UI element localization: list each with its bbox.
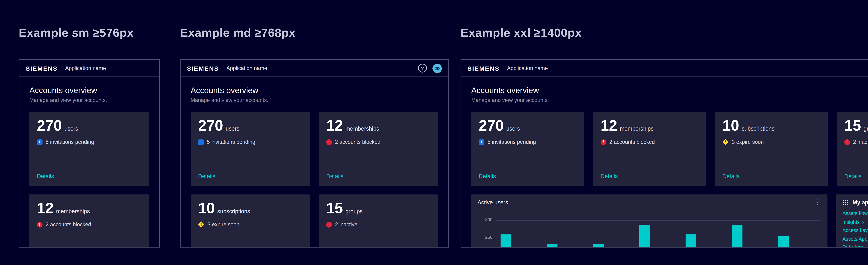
stat-card-memberships: 12 memberships ! 2 accounts blocked Deta… xyxy=(319,112,438,186)
y-axis-label: 300 xyxy=(471,217,492,223)
details-link[interactable]: Details xyxy=(601,173,699,179)
my-apps-link-label: Access key xyxy=(842,228,868,233)
stat-value: 12 xyxy=(37,201,54,216)
stat-unit: memberships xyxy=(345,126,379,132)
badge-text: 2 accounts blocked xyxy=(45,221,91,228)
my-apps-link[interactable]: Insights› xyxy=(842,220,868,225)
warning-icon: ! xyxy=(722,139,729,145)
example-panel-sm: SIEMENS Application name Accounts overvi… xyxy=(19,59,160,247)
badge-text: 2 inactive xyxy=(335,221,358,228)
stat-value: 270 xyxy=(198,118,223,133)
stat-unit: users xyxy=(226,126,239,132)
badge-text: 2 inactive xyxy=(853,139,868,145)
badge-text: 2 accounts blocked xyxy=(609,139,655,145)
stat-figure: 10 subscriptions xyxy=(198,201,302,216)
stat-card-groups: 15 groups ! 2 inactive Details xyxy=(319,195,438,247)
stat-unit: subscriptions xyxy=(742,126,774,132)
page-title: Accounts overview xyxy=(29,86,149,95)
stat-cards: 270 users i 5 invitations pending Detail… xyxy=(191,112,438,247)
stat-card-users: 270 users i 5 invitations pending Detail… xyxy=(191,112,310,186)
stat-figure: 15 groups xyxy=(844,118,868,133)
bar-4 xyxy=(639,225,650,247)
app-header: SIEMENS Application name xyxy=(20,60,159,77)
help-icon[interactable]: ? xyxy=(418,64,427,72)
badge-text: 5 invitations pending xyxy=(207,139,255,145)
page-content: Accounts overview Manage and view your a… xyxy=(461,77,868,247)
warning-icon: ! xyxy=(198,221,204,228)
status-badge: i 5 invitations pending xyxy=(479,139,577,145)
y-axis-label: 250 xyxy=(471,235,492,240)
stat-card-users: 270 users i 5 invitations pending Detail… xyxy=(471,112,584,186)
page-subtitle: Manage and view your accounts. xyxy=(29,97,149,103)
avatar[interactable]: JD xyxy=(432,63,442,73)
badge-text: 3 expire soon xyxy=(732,139,764,145)
status-badge: ! 3 expire soon xyxy=(722,139,820,145)
stat-value: 12 xyxy=(326,118,343,133)
bar-5 xyxy=(686,234,696,247)
chevron-right-icon: › xyxy=(862,220,864,225)
stat-value: 10 xyxy=(722,118,739,133)
error-icon: ! xyxy=(844,139,850,145)
app-name: Application name xyxy=(226,65,267,71)
example-panel-md: SIEMENS Application name ? JD Accounts o… xyxy=(180,59,449,247)
details-link[interactable]: Details xyxy=(479,173,577,179)
badge-text: 2 accounts blocked xyxy=(335,139,380,145)
details-link[interactable]: Details xyxy=(722,173,820,179)
chevron-right-icon: › xyxy=(866,245,867,247)
page-title: Accounts overview xyxy=(471,86,868,95)
chart-header: Active users ⋮ xyxy=(471,195,827,206)
example-panel-xxl: SIEMENS Application name ? JD Accounts o… xyxy=(461,59,868,247)
kebab-menu-icon[interactable]: ⋮ xyxy=(814,199,821,205)
badge-text: 3 expire soon xyxy=(208,221,239,228)
badge-text: 5 invitations pending xyxy=(45,139,94,145)
status-badge: ! 2 inactive xyxy=(326,221,431,228)
my-apps-link[interactable]: Access key› xyxy=(842,228,868,233)
my-apps-link-label: Data App xyxy=(842,245,863,247)
page-content: Accounts overview Manage and view your a… xyxy=(20,77,159,247)
status-badge: ! 2 accounts blocked xyxy=(37,221,142,228)
stat-cards: 270 users i 5 invitations pending Detail… xyxy=(471,112,868,186)
details-link[interactable]: Details xyxy=(844,173,868,179)
bar-6 xyxy=(732,225,743,247)
stat-figure: 15 groups xyxy=(326,201,431,216)
my-apps-panel: My apps ⋮ Assets flow›Insights›Access ke… xyxy=(836,195,868,247)
stat-figure: 270 users xyxy=(198,118,302,133)
stat-card-memberships: 12 memberships ! 2 accounts blocked Deta… xyxy=(29,195,149,247)
my-apps-link-label: Assets App xyxy=(842,237,867,242)
details-link[interactable]: Details xyxy=(326,173,431,179)
badge-text: 5 invitations pending xyxy=(488,139,536,145)
page-content: Accounts overview Manage and view your a… xyxy=(181,77,448,247)
info-icon: i xyxy=(198,139,204,145)
page-subtitle: Manage and view your accounts. xyxy=(191,97,438,103)
gridline xyxy=(496,220,820,221)
stat-card-users: 270 users i 5 invitations pending Detail… xyxy=(29,112,149,186)
stat-cards: 270 users i 5 invitations pending Detail… xyxy=(29,112,149,247)
bar-3 xyxy=(593,244,603,247)
my-apps-link-label: Assets flow xyxy=(842,211,868,216)
stat-card-memberships: 12 memberships ! 2 accounts blocked Deta… xyxy=(593,112,706,186)
bar-1 xyxy=(501,234,511,247)
active-users-chart: Active users ⋮ 300250 xyxy=(471,195,827,247)
breakpoint-heading-xxl: Example xxl ≥1400px xyxy=(461,26,582,40)
stat-unit: memberships xyxy=(620,126,654,132)
breakpoint-heading-sm: Example sm ≥576px xyxy=(19,26,134,40)
details-link[interactable]: Details xyxy=(198,173,302,179)
stat-value: 15 xyxy=(844,118,861,133)
status-badge: ! 2 accounts blocked xyxy=(326,139,431,145)
my-apps-link[interactable]: Data App› xyxy=(842,245,868,247)
stat-value: 270 xyxy=(479,118,504,133)
stat-unit: users xyxy=(506,126,520,132)
details-link[interactable]: Details xyxy=(37,173,142,179)
status-badge: i 5 invitations pending xyxy=(198,139,302,145)
stat-unit: users xyxy=(64,126,78,132)
my-apps-link[interactable]: Assets App› xyxy=(842,237,868,242)
stat-unit: memberships xyxy=(56,208,90,214)
stat-card-subscriptions: 10 subscriptions ! 3 expire soon Details xyxy=(191,195,310,247)
widgets-row: Active users ⋮ 300250 xyxy=(471,195,868,247)
stat-figure: 270 users xyxy=(479,118,577,133)
error-icon: ! xyxy=(601,139,606,145)
my-apps-link[interactable]: Assets flow› xyxy=(842,211,868,216)
status-badge: ! 3 expire soon xyxy=(198,221,302,228)
siemens-logo: SIEMENS xyxy=(187,65,219,72)
gridline xyxy=(496,238,820,238)
